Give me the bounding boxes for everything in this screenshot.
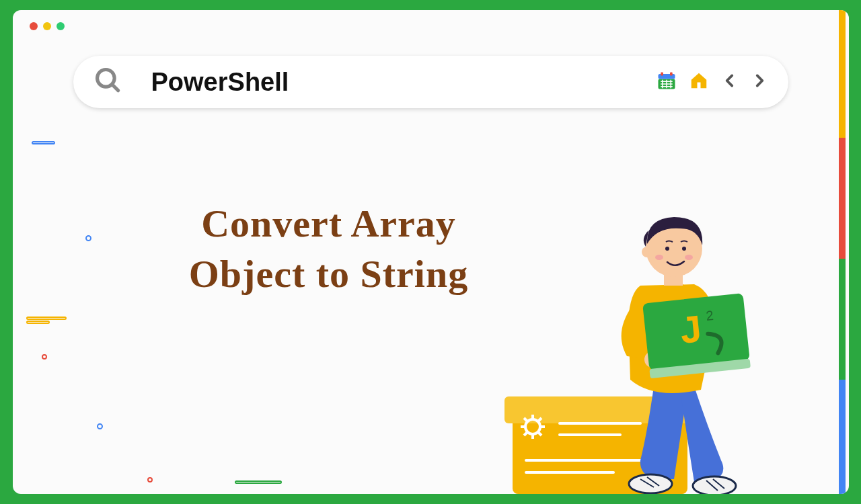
search-bar[interactable]: PowerShell (73, 56, 788, 108)
decor-shape (32, 141, 55, 144)
svg-text:2: 2 (705, 308, 714, 323)
chevron-left-icon[interactable] (721, 72, 739, 92)
svg-point-27 (629, 474, 672, 493)
browser-card: PowerShell (13, 10, 849, 494)
svg-point-40 (642, 247, 652, 257)
decor-shape (235, 480, 282, 484)
svg-rect-4 (661, 73, 663, 76)
chevron-right-icon[interactable] (751, 72, 768, 92)
title-line2: Object to String (134, 249, 524, 299)
side-stripe-green (839, 259, 846, 380)
calendar-icon[interactable] (657, 71, 677, 93)
minimize-dot[interactable] (43, 22, 51, 30)
decor-shape (97, 423, 103, 429)
page-title: Convert Array Object to String (134, 198, 524, 300)
svg-rect-5 (670, 73, 673, 76)
side-stripe-blue (839, 380, 846, 494)
svg-point-28 (693, 476, 736, 494)
home-icon[interactable] (689, 71, 709, 93)
decor-shape (26, 321, 50, 324)
title-line1: Convert Array (134, 198, 524, 249)
svg-point-43 (655, 255, 663, 260)
decor-shape (147, 477, 153, 482)
svg-line-1 (112, 85, 118, 91)
side-stripe-yellow (839, 10, 846, 138)
close-dot[interactable] (30, 22, 38, 30)
svg-point-44 (685, 255, 693, 260)
person-illustration: J 2 (479, 192, 802, 494)
decor-shape (85, 235, 91, 241)
decor-shape (42, 354, 47, 360)
window-controls (30, 22, 65, 30)
decor-shape (26, 317, 67, 320)
svg-point-41 (665, 247, 669, 251)
maximize-dot[interactable] (57, 22, 65, 30)
laptop-logo: J (678, 307, 704, 351)
search-icon (93, 66, 123, 98)
svg-point-42 (682, 247, 686, 251)
search-query: PowerShell (151, 68, 657, 97)
side-stripe-red (839, 138, 846, 259)
search-toolbar (657, 71, 768, 93)
